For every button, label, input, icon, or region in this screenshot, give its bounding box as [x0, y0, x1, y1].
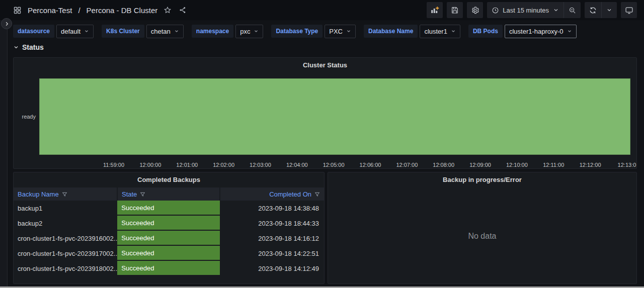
breadcrumb: Percona-Test / Percona - DB Cluster	[12, 5, 188, 16]
filter-label: datasource	[13, 25, 54, 38]
filter-value-dropdown[interactable]: cluster1-haproxy-0	[505, 25, 577, 38]
template-variable-filter: DB Pods cluster1-haproxy-0	[468, 25, 577, 38]
breadcrumb-dashboard-title: Percona - DB Cluster	[87, 6, 158, 15]
collapsed-sidebar-strip	[0, 20, 8, 288]
x-tick-label: 12:06:00	[360, 162, 381, 168]
backup-in-progress-panel: Backup in progress/Error No data	[328, 172, 637, 284]
column-header-backup-name[interactable]: Backup Name	[14, 187, 117, 201]
x-tick-label: 12:01:00	[176, 162, 198, 168]
time-picker-group: Last 15 minutes	[487, 2, 581, 18]
expand-sidebar-button[interactable]	[1, 18, 12, 29]
x-tick-label: 12:09:00	[469, 162, 491, 168]
table-row: backup1 Succeeded 2023-09-18 14:38:48	[14, 201, 324, 216]
panel-title[interactable]: Cluster Status	[14, 58, 636, 72]
x-tick-label: 12:07:00	[396, 162, 418, 168]
cell-completed-on: 2023-09-18 14:16:12	[220, 231, 324, 246]
filter-selected-value: cluster1	[424, 28, 447, 35]
topbar-actions: Last 15 minutes	[427, 2, 637, 18]
panel-title[interactable]: Completed Backups	[14, 172, 324, 186]
breadcrumb-separator: /	[78, 6, 80, 15]
x-tick-label: 12:00:00	[139, 162, 161, 168]
filter-value-dropdown[interactable]: default	[56, 25, 94, 38]
column-header-label: State	[122, 190, 137, 198]
table-row: cron-cluster1-fs-pvc-2023917002... Succe…	[14, 246, 324, 261]
section-row-status[interactable]: Status	[13, 43, 44, 51]
filter-selected-value: PXC	[329, 28, 343, 35]
chevron-down-icon	[13, 44, 19, 50]
chevron-down-icon	[553, 7, 559, 13]
filter-value-dropdown[interactable]: PXC	[325, 25, 356, 38]
template-variable-filter: Database Name cluster1	[364, 25, 460, 38]
x-tick-label: 12:04:00	[286, 162, 308, 168]
breadcrumb-folder[interactable]: Percona-Test	[28, 6, 72, 15]
table-row: backup2 Succeeded 2023-09-18 18:44:33	[14, 216, 324, 231]
x-tick-label: 12:08:00	[433, 162, 454, 168]
filter-value-dropdown[interactable]: cluster1	[420, 25, 460, 38]
panel-title[interactable]: Backup in progress/Error	[328, 172, 636, 186]
filter-label: DB Pods	[468, 25, 503, 38]
cell-backup-name: cron-cluster1-fs-pvc-2023917002...	[14, 246, 117, 261]
refresh-button[interactable]	[585, 2, 601, 18]
cell-state-succeeded: Succeeded	[117, 261, 219, 276]
plus-glyph	[436, 7, 439, 10]
cell-completed-on: 2023-09-18 14:12:49	[220, 261, 324, 276]
x-axis-tick-row: 11:59:0012:00:0012:01:0012:02:0012:03:00…	[39, 158, 630, 166]
filter-value-dropdown[interactable]: pxc	[235, 25, 263, 38]
cell-completed-on: 2023-09-18 14:38:48	[220, 201, 324, 216]
table-row: cron-cluster1-fs-pvc-2023918002... Succe…	[14, 261, 324, 276]
chevron-down-icon	[84, 29, 89, 34]
state-timeline-plot	[39, 78, 630, 155]
cell-backup-name: cron-cluster1-fs-pvc-2023918002...	[14, 261, 117, 276]
x-tick-label: 11:59:00	[103, 162, 124, 168]
kiosk-mode-button[interactable]	[621, 2, 637, 18]
filter-label: K8s Cluster	[102, 25, 144, 38]
filter-funnel-icon[interactable]	[62, 191, 67, 197]
column-header-completed-on[interactable]: Completed On	[220, 187, 324, 201]
filter-label: Database Name	[364, 25, 418, 38]
filter-selected-value: chetan	[151, 28, 171, 35]
backups-table-body: backup1 Succeeded 2023-09-18 14:38:48 ba…	[14, 201, 324, 276]
chevron-down-icon	[254, 29, 259, 34]
refresh-interval-dropdown[interactable]	[601, 2, 617, 18]
cell-backup-name: cron-cluster1-fs-pvc-2023916002...	[14, 231, 117, 246]
cell-state-succeeded: Succeeded	[117, 231, 219, 246]
time-range-label: Last 15 minutes	[503, 7, 549, 14]
filter-selected-value: pxc	[240, 28, 250, 35]
filter-funnel-icon[interactable]	[314, 191, 320, 197]
cell-backup-name: backup2	[14, 216, 117, 231]
filter-selected-value: cluster1-haproxy-0	[509, 28, 564, 35]
chevron-down-icon	[346, 29, 351, 34]
column-header-label: Backup Name	[18, 190, 59, 198]
filter-bar: datasource default K8s Cluster chetan na…	[13, 22, 577, 40]
star-icon[interactable]	[163, 5, 173, 15]
cell-state-succeeded: Succeeded	[117, 246, 219, 261]
x-tick-label: 12:13:0	[618, 162, 636, 168]
x-tick-label: 12:11:00	[543, 162, 564, 168]
x-tick-label: 12:05:00	[323, 162, 345, 168]
zoom-out-time-button[interactable]	[564, 2, 581, 18]
y-axis-category-label: ready	[14, 78, 36, 155]
no-data-message: No data	[328, 232, 636, 241]
x-tick-label: 12:10:00	[506, 162, 528, 168]
state-bar-ready	[39, 78, 630, 155]
filter-label: Database Type	[271, 25, 323, 38]
time-range-picker[interactable]: Last 15 minutes	[487, 2, 564, 18]
dashboard-settings-button[interactable]	[467, 2, 483, 18]
cell-completed-on: 2023-09-18 14:22:51	[220, 246, 324, 261]
chevron-down-icon	[451, 29, 456, 34]
template-variable-filter: namespace pxc	[192, 25, 264, 38]
backups-table-header: Backup Name State Completed On	[14, 187, 324, 201]
x-tick-label: 12:02:00	[213, 162, 234, 168]
top-bar: Percona-Test / Percona - DB Cluster	[0, 0, 644, 20]
x-tick-label: 12:03:00	[250, 162, 271, 168]
filter-value-dropdown[interactable]: chetan	[146, 25, 184, 38]
add-panel-button[interactable]	[427, 2, 443, 18]
apps-grid-icon[interactable]	[12, 5, 23, 16]
share-icon[interactable]	[178, 5, 188, 15]
cell-state-succeeded: Succeeded	[117, 201, 219, 216]
save-dashboard-button[interactable]	[447, 2, 463, 18]
column-header-state[interactable]: State	[118, 187, 219, 201]
refresh-group	[585, 2, 617, 18]
filter-label: namespace	[192, 25, 233, 38]
filter-funnel-icon[interactable]	[140, 191, 145, 197]
